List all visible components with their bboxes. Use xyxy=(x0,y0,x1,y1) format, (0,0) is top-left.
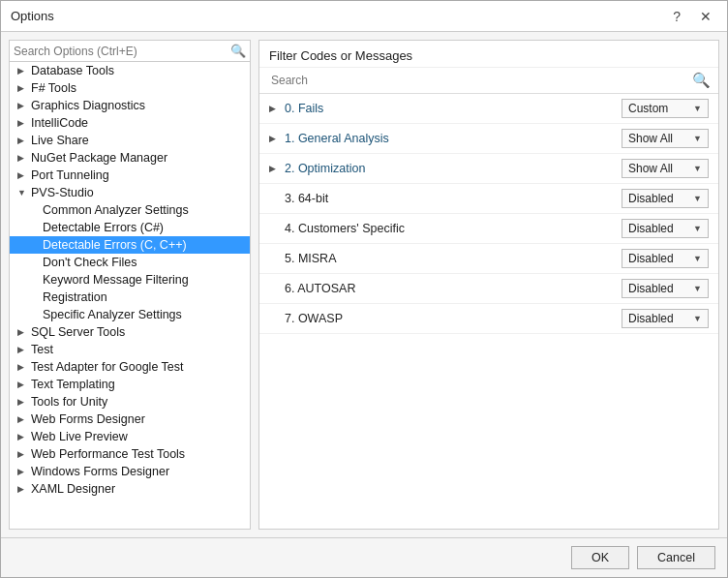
rule-label: 2. Optimization xyxy=(285,162,616,175)
tree-item-label: Test xyxy=(31,343,53,356)
options-dialog: Options ? ✕ 🔍 ▶Database Tools▶F# Tools▶G… xyxy=(0,0,728,578)
tree-item-database-tools[interactable]: ▶Database Tools xyxy=(10,62,250,79)
filter-search-box: 🔍 xyxy=(259,68,718,94)
tree-item-specific-analyzer-settings[interactable]: Specific Analyzer Settings xyxy=(10,306,250,323)
tree-item-common-analyzer-settings[interactable]: Common Analyzer Settings xyxy=(10,201,250,219)
tree-item-label: Graphics Diagnostics xyxy=(31,99,145,112)
tree-item-web-live-preview[interactable]: ▶Web Live Preview xyxy=(10,428,250,445)
rule-label: 4. Customers' Specific xyxy=(285,222,616,235)
rule-dropdown-0-fails[interactable]: Custom▼ xyxy=(622,99,709,118)
rule-dropdown-3-64bit[interactable]: Disabled▼ xyxy=(622,189,709,208)
tree-item-tools-for-unity[interactable]: ▶Tools for Unity xyxy=(10,393,250,411)
cancel-button[interactable]: Cancel xyxy=(637,546,715,569)
tree-item-text-templating[interactable]: ▶Text Templating xyxy=(10,376,250,393)
rule-row-0-fails: ▶0. FailsCustom▼ xyxy=(259,94,718,124)
tree-item-label: Database Tools xyxy=(31,64,114,77)
rule-expand-icon[interactable]: ▶ xyxy=(269,164,279,173)
rule-dropdown-value: Disabled xyxy=(628,252,674,265)
close-button[interactable]: ✕ xyxy=(694,7,717,26)
tree-item-live-share[interactable]: ▶Live Share xyxy=(10,132,250,149)
dialog-title: Options xyxy=(11,9,54,23)
rule-row-2-optimization: ▶2. OptimizationShow All▼ xyxy=(259,154,718,184)
right-panel-header: Filter Codes or Messages xyxy=(259,41,718,68)
rule-label: 1. General Analysis xyxy=(285,132,616,145)
rule-row-6-autosar: 6. AUTOSARDisabled▼ xyxy=(259,274,718,304)
tree-container: ▶Database Tools▶F# Tools▶Graphics Diagno… xyxy=(10,62,250,529)
tree-item-label: Web Forms Designer xyxy=(31,412,145,426)
tree-item-pvs-studio[interactable]: ▼PVS-Studio xyxy=(10,184,250,201)
tree-item-registration[interactable]: Registration xyxy=(10,289,250,306)
chevron-down-icon: ▼ xyxy=(693,284,702,293)
chevron-icon: ▶ xyxy=(17,432,29,441)
chevron-down-icon: ▼ xyxy=(693,194,702,203)
filter-search-input[interactable] xyxy=(267,72,688,89)
tree-item-windows-forms-designer[interactable]: ▶Windows Forms Designer xyxy=(10,463,250,480)
chevron-icon: ▶ xyxy=(17,83,29,93)
tree-item-label: Detectable Errors (C, C++) xyxy=(43,238,187,252)
chevron-down-icon: ▼ xyxy=(693,254,702,263)
chevron-icon: ▶ xyxy=(17,118,29,128)
rule-expand-icon[interactable]: ▶ xyxy=(269,134,279,143)
tree-item-label: NuGet Package Manager xyxy=(31,151,167,165)
rule-dropdown-4-customers-specific[interactable]: Disabled▼ xyxy=(622,219,709,238)
chevron-icon: ▶ xyxy=(17,101,29,110)
rule-dropdown-1-general-analysis[interactable]: Show All▼ xyxy=(622,129,709,148)
tree-item-sql-server-tools[interactable]: ▶SQL Server Tools xyxy=(10,323,250,341)
title-bar: Options ? ✕ xyxy=(1,1,727,32)
chevron-icon: ▶ xyxy=(17,170,29,180)
rule-dropdown-5-misra[interactable]: Disabled▼ xyxy=(622,249,709,268)
tree-item-intellicode[interactable]: ▶IntelliCode xyxy=(10,114,250,132)
tree-item-xaml-designer[interactable]: ▶XAML Designer xyxy=(10,480,250,498)
tree-item-label: Keyword Message Filtering xyxy=(43,273,189,287)
chevron-down-icon: ▼ xyxy=(693,104,702,113)
chevron-down-icon: ▼ xyxy=(693,224,702,233)
chevron-icon: ▶ xyxy=(17,345,29,354)
tree-item-label: Test Adapter for Google Test xyxy=(31,360,184,374)
tree-item-nuget-package-manager[interactable]: ▶NuGet Package Manager xyxy=(10,149,250,167)
ok-button[interactable]: OK xyxy=(571,546,629,569)
tree-item-graphics-diagnostics[interactable]: ▶Graphics Diagnostics xyxy=(10,97,250,114)
tree-item-web-performance-test-tools[interactable]: ▶Web Performance Test Tools xyxy=(10,445,250,463)
tree-item-label: Specific Analyzer Settings xyxy=(43,308,182,321)
rule-dropdown-7-owasp[interactable]: Disabled▼ xyxy=(622,309,709,328)
search-input[interactable] xyxy=(14,45,230,58)
search-icon: 🔍 xyxy=(230,44,246,58)
tree-item-dont-check-files[interactable]: Don't Check Files xyxy=(10,254,250,271)
help-button[interactable]: ? xyxy=(667,7,686,26)
filter-search-icon: 🔍 xyxy=(692,72,711,89)
rule-dropdown-value: Disabled xyxy=(628,222,674,235)
rule-label: 0. Fails xyxy=(285,102,616,115)
rule-row-1-general-analysis: ▶1. General AnalysisShow All▼ xyxy=(259,124,718,154)
tree-item-port-tunneling[interactable]: ▶Port Tunneling xyxy=(10,167,250,184)
chevron-icon: ▶ xyxy=(17,449,29,459)
chevron-icon: ▶ xyxy=(17,380,29,389)
chevron-down-icon: ▼ xyxy=(693,134,702,143)
dialog-footer: OK Cancel xyxy=(1,537,727,577)
tree-item-detectable-errors-cpp[interactable]: Detectable Errors (C, C++) xyxy=(10,236,250,254)
search-box[interactable]: 🔍 xyxy=(10,41,250,62)
chevron-icon: ▶ xyxy=(17,484,29,494)
tree-item-fsharp-tools[interactable]: ▶F# Tools xyxy=(10,79,250,97)
tree-item-detectable-errors-csharp[interactable]: Detectable Errors (C#) xyxy=(10,219,250,236)
tree-item-test-adapter-google-test[interactable]: ▶Test Adapter for Google Test xyxy=(10,358,250,376)
dialog-body: 🔍 ▶Database Tools▶F# Tools▶Graphics Diag… xyxy=(1,32,727,537)
rule-dropdown-6-autosar[interactable]: Disabled▼ xyxy=(622,279,709,298)
chevron-icon: ▶ xyxy=(17,136,29,145)
tree-item-keyword-message-filtering[interactable]: Keyword Message Filtering xyxy=(10,271,250,289)
tree-item-label: Common Analyzer Settings xyxy=(43,203,189,217)
chevron-icon: ▼ xyxy=(17,188,29,198)
rule-label: 3. 64-bit xyxy=(285,192,616,205)
tree-item-test[interactable]: ▶Test xyxy=(10,341,250,358)
chevron-icon: ▶ xyxy=(17,327,29,337)
rule-expand-icon[interactable]: ▶ xyxy=(269,104,279,113)
tree-item-web-forms-designer[interactable]: ▶Web Forms Designer xyxy=(10,411,250,428)
chevron-down-icon: ▼ xyxy=(693,314,702,323)
rules-list: ▶0. FailsCustom▼▶1. General AnalysisShow… xyxy=(259,94,718,529)
rule-label: 7. OWASP xyxy=(285,312,616,325)
rule-dropdown-value: Show All xyxy=(628,132,673,145)
rule-dropdown-2-optimization[interactable]: Show All▼ xyxy=(622,159,709,178)
rule-dropdown-value: Disabled xyxy=(628,282,674,295)
tree-item-label: Don't Check Files xyxy=(43,256,137,269)
rule-row-7-owasp: 7. OWASPDisabled▼ xyxy=(259,304,718,334)
chevron-icon: ▶ xyxy=(17,66,29,76)
